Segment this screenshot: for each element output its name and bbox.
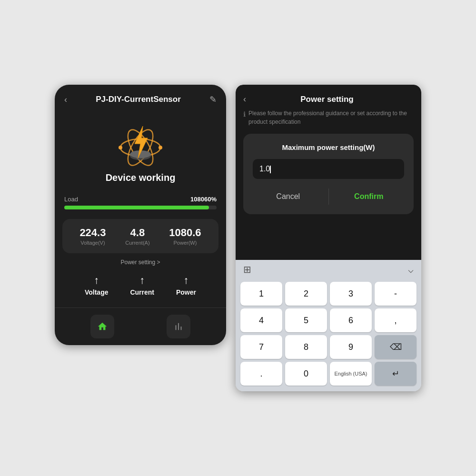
current-metric: 4.8 Current(A)	[125, 227, 149, 246]
key-dot[interactable]: .	[240, 362, 282, 386]
text-cursor	[270, 166, 271, 173]
arrows-section: ↑ Voltage ↑ Current ↑ Power	[55, 269, 226, 306]
power-input-area[interactable]: 1.0	[253, 159, 404, 179]
confirm-button[interactable]: Confirm	[334, 188, 405, 205]
device-icon	[117, 119, 164, 167]
power-metric: 1080.6 Power(W)	[169, 227, 201, 246]
key-2[interactable]: 2	[285, 282, 327, 306]
key-1[interactable]: 1	[240, 282, 282, 306]
right-panel: ‹ Power setting ℹ Please follow the prof…	[236, 85, 421, 391]
key-7[interactable]: 7	[240, 335, 282, 359]
load-value: 108060%	[190, 196, 217, 203]
voltage-value: 224.3	[79, 227, 106, 239]
stats-icon	[173, 321, 184, 332]
current-arrow-icon: ↑	[139, 274, 145, 287]
keyboard-hide-icon[interactable]: ⌵	[408, 264, 414, 275]
current-value: 4.8	[125, 227, 149, 239]
key-comma[interactable]: ,	[375, 308, 416, 332]
voltage-arrow-label: Voltage	[85, 288, 109, 296]
load-progress-bg	[64, 206, 217, 209]
left-header: ‹ PJ-DIY-CurrentSensor ✎	[55, 85, 226, 109]
keyboard-toolbar: ⊞ ⌵	[236, 260, 421, 279]
svg-point-6	[159, 146, 162, 149]
key-locale[interactable]: English (USA)	[330, 362, 372, 386]
notice-text: Please follow the professional guidance …	[248, 109, 414, 126]
device-status: Device working	[106, 172, 176, 183]
device-title: PJ-DIY-CurrentSensor	[96, 95, 181, 104]
keyboard-section: ⊞ ⌵ 1 2 3 - 4 5 6 , 7 8 9 ⌫ . 0 English …	[236, 260, 421, 391]
back-icon[interactable]: ‹	[64, 95, 67, 105]
key-3[interactable]: 3	[330, 282, 372, 306]
voltage-label: Voltage(V)	[79, 240, 106, 246]
current-label: Current(A)	[125, 240, 149, 246]
voltage-arrow-icon: ↑	[94, 274, 99, 287]
right-top: ‹ Power setting ℹ Please follow the prof…	[236, 85, 421, 260]
key-0[interactable]: 0	[285, 362, 327, 386]
home-nav-button[interactable]	[90, 315, 114, 338]
right-header: ‹ Power setting	[236, 85, 421, 109]
spacer	[236, 214, 421, 252]
key-5[interactable]: 5	[285, 308, 327, 332]
bottom-nav	[55, 307, 226, 345]
dialog-card: Maximum power setting(W) 1.0 Cancel Conf…	[243, 134, 414, 214]
load-section: Load 108060%	[55, 188, 226, 213]
dialog-buttons: Cancel Confirm	[253, 188, 404, 205]
power-label: Power(W)	[169, 240, 201, 246]
voltage-metric: 224.3 Voltage(V)	[79, 227, 106, 246]
edit-icon[interactable]: ✎	[209, 94, 217, 105]
stats-nav-button[interactable]	[167, 315, 190, 338]
left-panel: ‹ PJ-DIY-CurrentSensor ✎ Device working	[55, 85, 226, 345]
dialog-title: Maximum power setting(W)	[253, 143, 404, 151]
info-notice: ℹ Please follow the professional guidanc…	[236, 109, 421, 134]
power-arrow-item: ↑ Power	[176, 274, 196, 296]
home-icon	[97, 321, 108, 332]
key-enter[interactable]: ↵	[375, 362, 416, 386]
key-8[interactable]: 8	[285, 335, 327, 359]
button-divider	[328, 188, 329, 205]
key-minus[interactable]: -	[375, 282, 416, 306]
right-back-button[interactable]: ‹	[243, 94, 246, 104]
device-visual: Device working	[55, 109, 226, 188]
key-6[interactable]: 6	[330, 308, 372, 332]
power-arrow-icon: ↑	[183, 274, 188, 287]
current-arrow-item: ↑ Current	[130, 274, 154, 296]
metrics-card: 224.3 Voltage(V) 4.8 Current(A) 1080.6 P…	[62, 219, 218, 253]
key-backspace[interactable]: ⌫	[375, 335, 416, 359]
keyboard-grid-icon[interactable]: ⊞	[243, 264, 251, 275]
power-value: 1080.6	[169, 227, 201, 239]
right-page-title: Power setting	[250, 95, 404, 104]
info-icon: ℹ	[243, 109, 246, 119]
power-arrow-label: Power	[176, 288, 196, 296]
power-input-value: 1.0	[259, 165, 270, 173]
power-setting-link[interactable]: Power setting >	[55, 259, 226, 269]
key-9[interactable]: 9	[330, 335, 372, 359]
voltage-arrow-item: ↑ Voltage	[85, 274, 109, 296]
cancel-button[interactable]: Cancel	[253, 188, 324, 205]
svg-point-7	[119, 146, 122, 149]
load-progress-fill	[64, 206, 209, 209]
load-label: Load	[64, 196, 78, 203]
key-4[interactable]: 4	[240, 308, 282, 332]
keyboard-grid: 1 2 3 - 4 5 6 , 7 8 9 ⌫ . 0 English (USA…	[236, 279, 421, 391]
current-arrow-label: Current	[130, 288, 154, 296]
